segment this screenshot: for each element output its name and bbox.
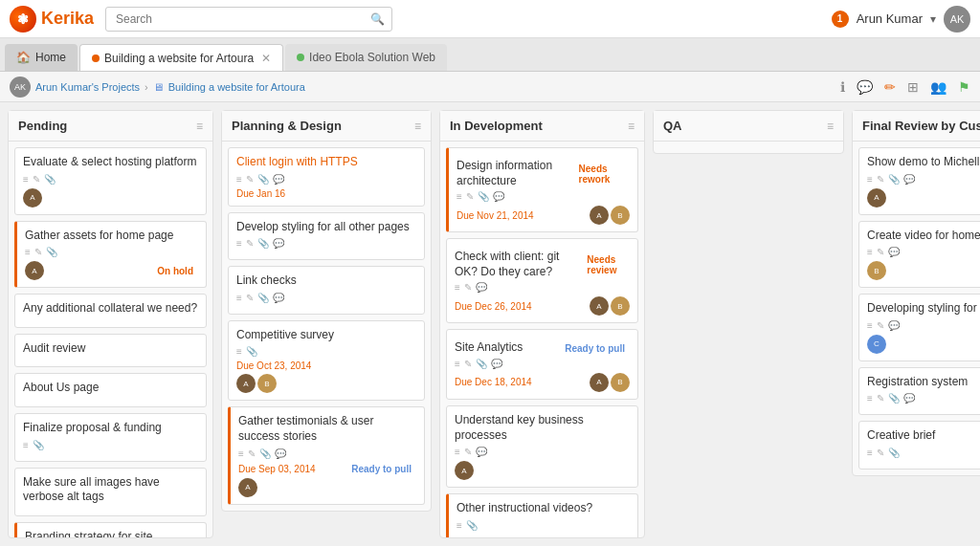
logo[interactable]: ❃ Kerika	[10, 6, 96, 33]
card-c4[interactable]: Audit review	[14, 334, 207, 368]
card-f4[interactable]: Registration system ≡ ✎ 📎 💬	[858, 367, 980, 416]
card-c1[interactable]: Evaluate & select hosting platform ≡ ✎ 📎…	[14, 147, 207, 215]
due-date: Due Nov 21, 2014	[457, 210, 534, 221]
card-avatar: A	[867, 188, 886, 207]
card-avatar: A	[455, 461, 474, 480]
filter-icon-pending[interactable]: ≡	[196, 120, 203, 133]
chat-icon: 💬	[903, 393, 915, 404]
user-name: Arun Kumar	[857, 11, 923, 26]
pencil-icon: ✎	[34, 247, 42, 257]
chat-icon: 💬	[476, 447, 487, 457]
card-c7[interactable]: Make sure all images have verbose alt ta…	[14, 468, 207, 516]
list-icon: ≡	[236, 238, 242, 249]
list-icon: ≡	[455, 282, 460, 293]
grid-icon[interactable]: ⊞	[907, 79, 919, 95]
card-p5[interactable]: Gather testimonials & user success stori…	[228, 406, 425, 504]
list-icon: ≡	[457, 191, 462, 202]
card-f2[interactable]: Create video for home pa… ≡ ✎ 💬 B	[858, 221, 980, 289]
pencil-icon: ✎	[33, 174, 40, 185]
card-d5[interactable]: Other instructional videos? ≡ 📎	[446, 493, 638, 537]
clip-icon: 📎	[33, 440, 44, 450]
notification-badge[interactable]: 1	[832, 11, 849, 28]
card-c5[interactable]: About Us page	[14, 373, 207, 407]
card-p3[interactable]: Link checks ≡ ✎ 📎 💬	[228, 266, 425, 315]
column-pending-title: Pending	[18, 119, 67, 133]
chat-icon: 💬	[476, 282, 487, 293]
card-meta: ≡ ✎ 📎 💬	[867, 393, 980, 404]
card-avatar: A	[25, 261, 44, 280]
tab-artoura[interactable]: Building a website for Artoura ✕	[79, 44, 283, 71]
filter-icon-planning[interactable]: ≡	[414, 120, 421, 133]
chat-icon: 💬	[888, 320, 900, 331]
card-title: Competitive survey	[236, 328, 416, 343]
card-d4[interactable]: Understand key business processes ≡ ✎ 💬 …	[446, 405, 638, 488]
tab-home-label: Home	[35, 51, 66, 64]
pencil-icon: ✎	[246, 174, 254, 185]
status-badge: On hold	[152, 265, 198, 277]
top-bar: ❃ Kerika 🔍 1 Arun Kumar ▾ AK	[0, 0, 980, 38]
card-c8[interactable]: Branding strategy for site	[14, 522, 207, 537]
clip-icon: 📎	[466, 520, 478, 531]
list-icon: ≡	[236, 293, 242, 303]
logo-icon: ❃	[10, 6, 36, 33]
list-icon: ≡	[457, 520, 462, 531]
pencil-icon: ✎	[464, 282, 472, 293]
column-planning-header: Planning & Design ≡	[222, 111, 431, 142]
card-p1[interactable]: Client login with HTTPS ≡ ✎ 📎 💬 Due Jan …	[228, 147, 425, 207]
tab-close-artoura[interactable]: ✕	[261, 52, 271, 65]
card-title: Site Analytics	[455, 340, 523, 356]
card-f1[interactable]: Show demo to Michelle ≡ ✎ 📎 💬 A	[858, 147, 980, 215]
breadcrumb-projects[interactable]: Arun Kumar's Projects	[35, 81, 140, 93]
card-meta: ≡ 📎	[236, 346, 416, 357]
due-date: Due Dec 26, 2014	[455, 301, 532, 312]
card-meta: ≡ ✎ 📎	[867, 448, 980, 458]
flag-icon[interactable]: ⚑	[958, 79, 970, 95]
tabs-bar: 🏠 Home Building a website for Artoura ✕ …	[0, 38, 980, 72]
card-avatar: A	[590, 206, 609, 225]
toolbar-icons: ℹ 💬 ✏ ⊞ 👥 ⚑	[840, 79, 970, 95]
top-right: 1 Arun Kumar ▾ AK	[832, 6, 970, 33]
card-title: Develop styling for all other pages	[236, 220, 416, 235]
chat-icon[interactable]: 💬	[857, 79, 873, 95]
card-title: Gather assets for home page	[25, 229, 198, 244]
filter-icon-qa[interactable]: ≡	[827, 120, 834, 133]
edit-icon[interactable]: ✏	[884, 79, 896, 95]
card-p4[interactable]: Competitive survey ≡ 📎 Due Oct 23, 2014 …	[228, 320, 425, 402]
card-c6[interactable]: Finalize proposal & funding ≡ 📎	[14, 413, 207, 462]
list-icon: ≡	[867, 393, 873, 404]
info-icon[interactable]: ℹ	[840, 79, 845, 95]
card-meta: ≡ ✎ 📎 💬	[867, 174, 980, 185]
user-dropdown-icon[interactable]: ▾	[930, 12, 936, 26]
card-f5[interactable]: Creative brief ≡ ✎ 📎	[858, 421, 980, 470]
card-d1[interactable]: Design information architecture Needs re…	[446, 147, 638, 232]
list-icon: ≡	[23, 440, 29, 450]
list-icon: ≡	[867, 174, 873, 185]
card-title: Finalize proposal & funding	[23, 421, 198, 436]
column-planning-title: Planning & Design	[232, 119, 342, 133]
card-d3[interactable]: Site Analytics Ready to pull ≡ ✎ 📎 💬 Due…	[446, 329, 638, 400]
filter-icon-indev[interactable]: ≡	[628, 120, 635, 133]
tab-ideo[interactable]: Ideo Ebola Solution Web	[285, 44, 447, 71]
card-c3[interactable]: Any additional collateral we need?	[14, 294, 207, 328]
breadcrumb-current[interactable]: Building a website for Artoura	[168, 81, 305, 93]
card-title: Audit review	[23, 341, 198, 357]
card-title: About Us page	[23, 381, 198, 396]
card-c2[interactable]: Gather assets for home page ≡ ✎ 📎 A On h…	[14, 221, 207, 289]
card-d2[interactable]: Check with client: git OK? Do they care?…	[446, 238, 638, 323]
card-meta: ≡ ✎ 💬	[867, 320, 980, 331]
card-f3[interactable]: Developing styling for ho… ≡ ✎ 💬 C	[858, 294, 980, 361]
search-icon: 🔍	[370, 12, 385, 26]
card-title: Creative brief	[867, 428, 980, 444]
tab-home[interactable]: 🏠 Home	[5, 44, 78, 71]
card-p2[interactable]: Develop styling for all other pages ≡ ✎ …	[228, 212, 425, 261]
users-icon[interactable]: 👥	[930, 79, 947, 95]
card-meta: ≡ ✎ 💬	[867, 247, 980, 257]
column-indev: In Development ≡ Design information arch…	[439, 110, 645, 538]
clip-icon: 📎	[259, 448, 271, 459]
card-meta: ≡ ✎ 📎	[23, 174, 198, 185]
search-input[interactable]	[105, 7, 392, 32]
avatar[interactable]: AK	[944, 6, 970, 33]
column-qa-title: QA	[663, 119, 682, 133]
breadcrumb-monitor-icon: 🖥	[153, 81, 164, 93]
home-icon: 🏠	[16, 51, 31, 64]
